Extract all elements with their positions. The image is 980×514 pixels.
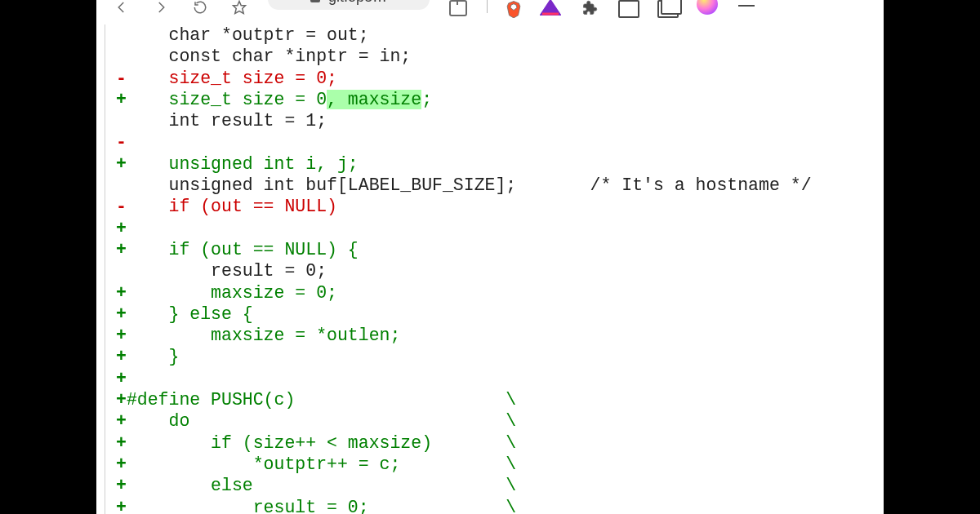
diff-text: result = 0; \ [127,498,516,514]
diff-sign: + [116,218,127,239]
diff-line: + unsigned int i, j; [116,153,884,175]
diff-line: + } else { [116,304,884,325]
diff-line: + [116,368,884,389]
diff-sign: + [116,153,127,175]
diff-text: size_t size = 0 [127,90,327,109]
share-icon[interactable] [448,0,469,16]
url-bar[interactable]: git.ope… [268,0,430,10]
browser-frame: git.ope… char *outptr = out; const char … [96,0,884,514]
diff-text: do \ [127,411,516,431]
diff-line: +#define PUSHC(c) \ [116,389,884,410]
diff-sign: - [116,196,127,217]
brave-shield-icon[interactable] [506,0,522,18]
diff-line: int result = 1; [116,110,884,131]
diff-text: ; [421,90,432,109]
diff-line: + } [116,346,884,367]
diff-line: + maxsize = *outlen; [116,325,884,346]
diff-sign: + [116,497,127,514]
forward-icon[interactable] [150,0,172,16]
diff-sign [116,24,127,46]
diff-text: if (out == NULL) { [127,240,359,259]
diff-line: + if (out == NULL) { [116,239,884,260]
diff-line: unsigned int buf[LABEL_BUF_SIZE]; /* It'… [116,175,884,196]
diff-sign [116,110,127,131]
lock-icon [310,0,320,2]
diff-text: result = 0; [127,261,327,281]
toolbar-divider [487,0,488,13]
margin-rule [105,24,105,514]
diff-sign: + [116,454,127,475]
diff-text: char *outptr = out; [127,25,369,45]
diff-line: + result = 0; \ [116,497,884,514]
diff-text: if (out == NULL) [127,197,337,216]
diff-sign: - [116,68,127,89]
tabs-icon[interactable] [657,0,679,16]
diff-line: - size_t size = 0; [116,68,884,89]
url-text: git.ope… [328,0,387,6]
diff-sign: + [116,89,127,110]
diff-sign: + [116,239,127,260]
profile-icon[interactable] [697,0,718,16]
diff-sign: + [116,389,127,410]
diff-sign: + [116,432,127,454]
diff-sign [116,46,127,67]
diff-sign: + [116,346,127,367]
bookmark-icon[interactable] [229,0,250,16]
extensions-icon[interactable] [579,0,600,16]
diff-line: - if (out == NULL) [116,196,884,217]
diff-line: result = 0; [116,260,884,281]
diff-line: char *outptr = out; [116,24,884,46]
diff-sign: + [116,410,127,432]
purple-triangle-icon[interactable] [540,0,561,16]
browser-toolbar: git.ope… [96,0,884,16]
diff-text: maxsize = 0; [127,283,337,303]
diff-line: + do \ [116,410,884,432]
diff-line: + size_t size = 0, maxsize; [116,89,884,110]
diff-text: maxsize = *outlen; [127,326,400,345]
diff-text: unsigned int buf[LABEL_BUF_SIZE]; /* It'… [127,175,812,195]
diff-text: } [127,347,180,366]
diff-text: size_t size = 0; [127,69,337,88]
svg-marker-0 [234,2,246,14]
diff-text: if (size++ < maxsize) \ [127,433,516,453]
diff-text: #define PUSHC(c) \ [127,390,516,410]
diff-line: + *outptr++ = c; \ [116,454,884,475]
diff-line: + else \ [116,475,884,496]
reload-icon[interactable] [189,0,211,16]
diff-line: + maxsize = 0; [116,282,884,304]
diff-line: const char *inptr = in; [116,46,884,67]
diff-text: *outptr++ = c; \ [127,454,516,474]
diff-sign: - [116,131,127,153]
diff-line: + if (size++ < maxsize) \ [116,432,884,454]
diff-highlight: , maxsize [327,90,421,109]
diff-sign: + [116,325,127,346]
diff-line: - [116,131,884,153]
diff-sign [116,175,127,196]
diff-sign: + [116,282,127,304]
diff-text: const char *inptr = in; [127,47,411,66]
diff-text: } else { [127,304,253,324]
diff-text: else \ [127,476,516,495]
diff-sign: + [116,304,127,325]
diff-sign: + [116,475,127,496]
diff-text: int result = 1; [127,111,327,131]
diff-content: char *outptr = out; const char *inptr = … [105,24,884,514]
diff-viewport: char *outptr = out; const char *inptr = … [96,16,884,514]
window-icon[interactable] [618,0,639,16]
diff-text: unsigned int i, j; [127,154,359,174]
diff-sign: + [116,368,127,389]
back-icon[interactable] [111,0,132,16]
diff-line: + [116,218,884,239]
diff-sign [116,260,127,281]
minimize-icon[interactable] [736,0,757,16]
